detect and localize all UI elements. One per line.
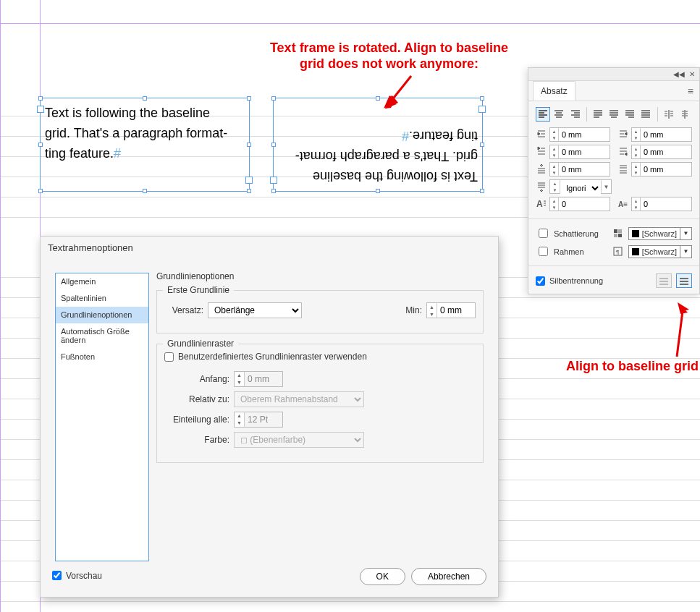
select-farbe[interactable]: ◻ (Ebenenfarbe): [234, 432, 364, 448]
cancel-button[interactable]: Abbrechen: [411, 568, 486, 585]
tab-absatz[interactable]: Absatz: [533, 81, 575, 101]
indent-right-input[interactable]: [641, 128, 691, 141]
checkbox-preview-box[interactable]: [52, 571, 62, 580]
svg-text:¶: ¶: [616, 249, 619, 255]
space-before-spinner[interactable]: ▲▼: [549, 162, 610, 177]
dialog-content: Grundlinienoptionen Erste Grundlinie Ver…: [156, 271, 484, 473]
pilcrow: #: [402, 129, 409, 143]
space-before-input[interactable]: [559, 163, 610, 176]
input-anfang[interactable]: [245, 372, 282, 386]
input-einteilung[interactable]: [245, 412, 282, 427]
dropcap-lines-input[interactable]: [559, 197, 610, 211]
dropcap-lines-icon: A: [536, 198, 547, 210]
spinner-min[interactable]: ▲▼: [426, 302, 476, 318]
panel-absatz[interactable]: ◀◀ ✕ Absatz ≡ ▲▼ ▲▼: [528, 67, 700, 294]
select-relativ[interactable]: Oberem Rahmenabstand: [234, 391, 364, 407]
checkbox-hyphenate[interactable]: Silbentrennung: [536, 276, 603, 286]
alignment-row: [536, 107, 692, 122]
align-to-baseline-grid-button[interactable]: [676, 273, 692, 288]
checkbox-custom-grid[interactable]: Benutzerdefiniertes Grundlinienraster ve…: [164, 352, 367, 362]
collapse-icon[interactable]: ◀◀: [673, 70, 685, 78]
dialog-sidebar: Allgemein Spaltenlinien Grundlinienoptio…: [55, 273, 149, 561]
close-icon[interactable]: ✕: [689, 70, 695, 78]
dropcap-chars-icon: A≡: [617, 198, 629, 210]
checkbox-custom-grid-label: Benutzerdefiniertes Grundlinienraster ve…: [178, 352, 367, 362]
checkbox-preview[interactable]: Vorschau: [52, 571, 102, 581]
spinner-anfang[interactable]: ▲▼: [234, 371, 283, 387]
indent-first-input[interactable]: [559, 145, 610, 158]
panel-menu-button[interactable]: ≡: [682, 85, 699, 97]
text-frame-rotated[interactable]: Text is following the baseline grid. Tha…: [273, 98, 483, 192]
spinner-einteilung[interactable]: ▲▼: [234, 412, 283, 428]
text-line: Text is following the baseline: [45, 106, 210, 120]
align-left-button[interactable]: [536, 107, 550, 122]
sidebar-item-fussnoten[interactable]: Fußnoten: [56, 349, 148, 365]
legend: Grundlinienraster: [163, 339, 238, 349]
indent-right-icon: [617, 129, 629, 140]
section-title: Grundlinienoptionen: [156, 271, 484, 281]
checkbox-shading[interactable]: Schattierung: [536, 226, 608, 240]
justify-full-button[interactable]: [638, 107, 653, 122]
indent-right-spinner[interactable]: ▲▼: [631, 127, 692, 142]
svg-line-0: [391, 76, 411, 101]
align-toward-spine-button[interactable]: [661, 107, 675, 122]
indent-left-input[interactable]: [559, 128, 610, 141]
dropcap-chars-input[interactable]: [641, 197, 691, 211]
do-not-align-baseline-button[interactable]: [656, 273, 672, 288]
checkbox-border[interactable]: Rahmen: [536, 245, 608, 258]
ok-button[interactable]: OK: [360, 568, 405, 585]
dropcap-lines-spinner[interactable]: ▲▼: [549, 197, 610, 211]
space-after-icon: [536, 181, 547, 192]
label-einteilung: Einteilung alle:: [164, 415, 229, 425]
svg-rect-16: [618, 229, 622, 233]
fieldset-first-baseline: Erste Grundlinie Versatz: Oberlänge Min:…: [156, 290, 484, 333]
annotation-text: Text frame is rotated. Align to baseline: [270, 41, 508, 55]
chevron-down-icon[interactable]: ▼: [680, 245, 692, 258]
indent-left-spinner[interactable]: ▲▼: [549, 127, 610, 142]
select-versatz[interactable]: Oberlänge: [208, 302, 302, 318]
justify-left-button[interactable]: [591, 107, 605, 122]
sidebar-item-allgemein[interactable]: Allgemein: [56, 273, 148, 290]
justify-center-button[interactable]: [607, 107, 621, 122]
chevron-down-icon[interactable]: ▼: [680, 227, 692, 240]
space-after-input[interactable]: [641, 163, 691, 176]
svg-text:A≡: A≡: [618, 200, 628, 208]
dropcap-chars-spinner[interactable]: ▲▼: [631, 197, 692, 211]
text-line: grid. That's a paragraph format-: [45, 126, 227, 140]
legend: Erste Grundlinie: [163, 285, 234, 295]
balance-spinner[interactable]: ▲▼ Ignorieren ▼: [549, 179, 612, 194]
checkbox-custom-grid-box[interactable]: [164, 352, 174, 362]
text-line: ting feature.: [45, 146, 114, 161]
balance-select[interactable]: Ignorieren: [560, 180, 601, 196]
input-min[interactable]: [437, 303, 475, 318]
space-after-spinner[interactable]: ▲▼: [631, 162, 692, 177]
border-icon: ¶: [612, 246, 624, 258]
indent-last-input[interactable]: [641, 145, 691, 158]
align-right-button[interactable]: [568, 107, 582, 122]
text-line: grid. That's a paragraph format-: [295, 149, 478, 163]
indent-left-icon: [536, 129, 547, 140]
justify-right-button[interactable]: [623, 107, 637, 122]
indent-last-icon: [617, 146, 629, 158]
svg-rect-17: [614, 234, 617, 237]
sidebar-item-auto-groesse[interactable]: Automatisch Größe ändern: [56, 323, 148, 349]
indent-last-spinner[interactable]: ▲▼: [631, 145, 692, 159]
dialog-text-frame-options[interactable]: Textrahmenoptionen Allgemein Spaltenlini…: [40, 236, 499, 598]
svg-rect-18: [618, 234, 622, 237]
label-min: Min:: [405, 305, 422, 315]
indent-first-icon: [536, 146, 547, 158]
svg-rect-15: [614, 229, 617, 233]
text-frame-normal[interactable]: Text is following the baseline grid. Tha…: [40, 98, 250, 192]
label-anfang: Anfang:: [164, 374, 229, 384]
annotation-top: Text frame is rotated. Align to baseline…: [264, 40, 514, 72]
border-swatch[interactable]: [Schwarz] ▼: [628, 245, 692, 258]
sidebar-item-grundlinienoptionen[interactable]: Grundlinienoptionen: [56, 307, 148, 323]
annotation-text: grid does not work anymore:: [300, 56, 478, 71]
align-center-button[interactable]: [552, 107, 566, 122]
shading-swatch[interactable]: [Schwarz] ▼: [628, 227, 692, 240]
pilcrow: #: [114, 146, 121, 161]
align-away-spine-button[interactable]: [678, 107, 692, 122]
indent-first-spinner[interactable]: ▲▼: [549, 145, 610, 159]
sidebar-item-spaltenlinien[interactable]: Spaltenlinien: [56, 290, 148, 307]
text-line: Text is following the baseline: [313, 169, 478, 184]
